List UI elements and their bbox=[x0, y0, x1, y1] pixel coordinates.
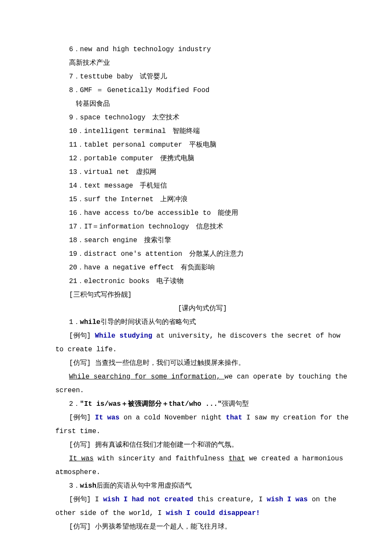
vocab-item: 15．surf the Internet 上网冲浪 bbox=[55, 193, 349, 206]
vocab-num: 11． bbox=[69, 141, 84, 149]
vocab-num: 6． bbox=[69, 46, 80, 53]
vocab-zh: 虚拟网 bbox=[136, 168, 156, 176]
imitate-text: 拥有真诚和信任我们才能创建一个和谐的气氛。 bbox=[95, 441, 238, 449]
answer-underline: that bbox=[228, 455, 245, 462]
imitate-label: [仿写] bbox=[69, 523, 95, 531]
vocab-en: new and high technology industry bbox=[80, 46, 211, 53]
vocab-item: 8．GMF ＝ Genetically Modified Food bbox=[55, 84, 349, 97]
vocab-item: 7．test­tube baby 试管婴儿 bbox=[55, 70, 349, 84]
example-label: [例句] bbox=[69, 332, 95, 340]
example-sentence: [例句] It was on a cold November night tha… bbox=[55, 411, 349, 438]
vocab-en: intelligent terminal bbox=[84, 127, 166, 135]
pattern-title: 2．"It is/was＋被强调部分＋that/who ..."强调句型 bbox=[55, 397, 349, 411]
vocab-num: 20． bbox=[69, 264, 84, 272]
pattern-num: 2． bbox=[69, 400, 80, 408]
vocab-en: tablet personal computer bbox=[84, 141, 182, 149]
document-page: 6．new and high technology industry 高新技术产… bbox=[0, 0, 392, 555]
imitate-line: [仿写] 小男孩希望他现在是一个超人，能飞往月球。 bbox=[55, 520, 349, 534]
vocab-num: 14． bbox=[69, 182, 84, 190]
vocab-en: electronic books bbox=[84, 278, 150, 285]
vocab-zh: 信息技术 bbox=[196, 223, 223, 231]
vocab-en: search engine bbox=[84, 237, 137, 244]
example-highlight: It was bbox=[95, 414, 124, 422]
vocab-en: space technology bbox=[80, 114, 146, 121]
vocab-item: 9．space technology 太空技术 bbox=[55, 111, 349, 124]
imitate-label: [仿写] bbox=[69, 359, 95, 367]
vocab-num: 7． bbox=[69, 73, 80, 81]
section-header: [三积句式写作扮靓] bbox=[55, 288, 349, 302]
example-sentence: [例句] While studying at university, he di… bbox=[55, 329, 349, 356]
vocab-item: 6．new and high technology industry bbox=[55, 43, 349, 56]
example-mid: on a cold November night bbox=[124, 414, 226, 422]
answer-mid: with sincerity and faithfulness bbox=[94, 455, 229, 462]
vocab-en: surf the Internet bbox=[84, 196, 153, 203]
imitate-text: 当查找一些信息时，我们可以通过触摸屏来操作。 bbox=[95, 359, 245, 367]
vocab-num: 19． bbox=[69, 250, 84, 258]
imitate-line: [仿写] 拥有真诚和信任我们才能创建一个和谐的气氛。 bbox=[55, 438, 349, 452]
example-highlight: that bbox=[226, 414, 246, 422]
example-highlight: wish I could disappear! bbox=[166, 509, 260, 517]
example-label: [例句] bbox=[69, 496, 95, 503]
vocab-en: IT＝information technology bbox=[84, 223, 189, 231]
pattern-num: 3． bbox=[69, 482, 80, 490]
vocab-zh: 高新技术产业 bbox=[55, 56, 349, 70]
vocab-en: virtual net bbox=[84, 168, 129, 176]
example-highlight: While studying bbox=[95, 332, 156, 340]
imitate-label: [仿写] bbox=[69, 441, 95, 449]
vocab-zh: 试管婴儿 bbox=[140, 73, 167, 81]
vocab-num: 9． bbox=[69, 114, 80, 121]
vocab-item: 18．search engine 搜索引擎 bbox=[55, 234, 349, 247]
vocab-num: 13． bbox=[69, 168, 84, 176]
vocab-en: have access to/be accessible to bbox=[84, 209, 211, 217]
vocab-zh: 分散某人的注意力 bbox=[189, 250, 244, 258]
vocab-num: 8． bbox=[69, 87, 80, 94]
example-part: this creature, I bbox=[197, 496, 267, 503]
vocab-item: 16．have access to/be accessible to 能使用 bbox=[55, 206, 349, 220]
pattern-num: 1． bbox=[69, 318, 80, 326]
vocab-item: 20．have a negative effect 有负面影响 bbox=[55, 261, 349, 275]
vocab-item: 12．portable computer 便携式电脑 bbox=[55, 152, 349, 165]
pattern-keyword: while bbox=[80, 318, 101, 326]
example-highlight: wish I had not created bbox=[103, 496, 197, 503]
vocab-num: 10． bbox=[69, 127, 84, 135]
vocab-item: 13．virtual net 虚拟网 bbox=[55, 165, 349, 179]
vocab-en: have a negative effect bbox=[84, 264, 174, 272]
vocab-item: 11．tablet personal computer 平板电脑 bbox=[55, 138, 349, 152]
vocab-num: 17． bbox=[69, 223, 84, 231]
vocab-en: GMF ＝ Genetically Modified Food bbox=[80, 87, 210, 94]
vocab-item: 21．electronic books 电子读物 bbox=[55, 275, 349, 288]
vocab-en: text message bbox=[84, 182, 133, 190]
vocab-zh: 电子读物 bbox=[156, 278, 184, 285]
imitate-line: [仿写] 当查找一些信息时，我们可以通过触摸屏来操作。 bbox=[55, 356, 349, 370]
vocab-zh: 便携式电脑 bbox=[160, 155, 194, 162]
answer-line: While_searching_for_some_information,_we… bbox=[55, 370, 349, 397]
vocab-zh: 有负面影响 bbox=[181, 264, 215, 272]
answer-underline: While_searching_for_some_information,_ bbox=[69, 373, 225, 381]
pattern-title: 3．wish后面的宾语从句中常用虚拟语气 bbox=[55, 479, 349, 493]
pattern-keyword: "It is/was＋被强调部分＋that/who ..." bbox=[80, 400, 222, 408]
pattern-rest: 后面的宾语从句中常用虚拟语气 bbox=[96, 482, 192, 490]
vocab-item: 10．intelligent terminal 智能终端 bbox=[55, 124, 349, 138]
vocab-zh: 上网冲浪 bbox=[160, 196, 187, 203]
vocab-zh: 搜索引擎 bbox=[144, 237, 171, 244]
answer-underline: It_was bbox=[69, 455, 94, 462]
vocab-zh: 转基因食品 bbox=[55, 97, 349, 111]
vocab-item: 19．distract one's attention 分散某人的注意力 bbox=[55, 247, 349, 261]
vocab-zh: 平板电脑 bbox=[189, 141, 216, 149]
vocab-num: 15． bbox=[69, 196, 84, 203]
vocab-num: 12． bbox=[69, 155, 84, 162]
vocab-item: 14．text message 手机短信 bbox=[55, 179, 349, 193]
example-sentence: [例句] I wish I had not created this creat… bbox=[55, 493, 349, 520]
vocab-en: test­tube baby bbox=[80, 73, 133, 81]
example-part: I bbox=[95, 496, 103, 503]
vocab-zh: 能使用 bbox=[218, 209, 238, 217]
example-highlight: wish I was bbox=[267, 496, 312, 503]
pattern-keyword: wish bbox=[80, 482, 96, 490]
vocab-num: 18． bbox=[69, 237, 84, 244]
example-label: [例句] bbox=[69, 414, 95, 422]
vocab-zh: 手机短信 bbox=[140, 182, 167, 190]
vocab-en: distract one's attention bbox=[84, 250, 182, 258]
vocab-num: 21． bbox=[69, 278, 84, 285]
vocab-item: 17．IT＝information technology 信息技术 bbox=[55, 220, 349, 234]
section-subheader: [课内句式仿写] bbox=[55, 302, 349, 315]
